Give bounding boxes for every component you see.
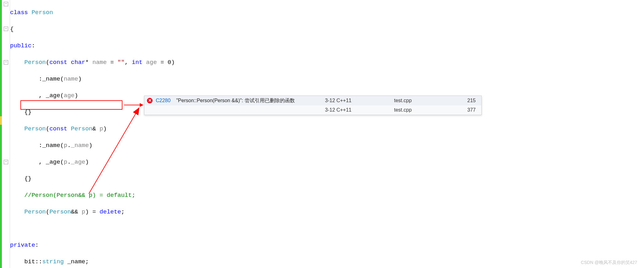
param-name: name <box>92 59 107 66</box>
dcolon: :: <box>35 258 42 265</box>
error-line: 377 <box>460 107 479 113</box>
param-p: p <box>100 125 103 132</box>
mem: _name <box>71 142 89 149</box>
code-text-area[interactable]: class Person { public: Person(const char… <box>10 0 644 268</box>
semi: ; <box>85 258 89 265</box>
param-p: p <box>82 208 85 215</box>
keyword-int: int <box>132 59 143 66</box>
keyword-class: class <box>10 9 28 16</box>
error-list-panel: ✕ C2280 "Person::Person(Person &&)": 尝试引… <box>144 96 482 115</box>
rparen: ) <box>85 159 89 166</box>
error-code: C2280 <box>156 98 170 103</box>
rparen: ) <box>89 142 92 149</box>
mem: _age <box>71 159 85 166</box>
keyword-const: const <box>49 59 67 66</box>
type-name: Person <box>71 125 92 132</box>
error-project: 3-12 C++11 <box>325 107 394 113</box>
eq: = <box>110 59 114 66</box>
keyword-public: public <box>10 42 31 49</box>
star: * <box>85 59 89 66</box>
field: _age <box>46 92 60 99</box>
comma: , <box>39 92 42 99</box>
comma: , <box>125 59 128 66</box>
obj: p <box>64 159 67 166</box>
error-project: 3-12 C++11 <box>325 98 394 103</box>
param-age: age <box>146 59 157 66</box>
string-literal: "" <box>117 59 125 66</box>
braces: {} <box>24 175 32 182</box>
error-line: 215 <box>460 98 479 103</box>
field: _age <box>46 159 60 166</box>
lparen: ( <box>60 142 64 149</box>
brace: { <box>10 26 14 33</box>
arg: name <box>64 76 78 82</box>
lparen: ( <box>46 208 49 215</box>
amp: & <box>92 125 96 132</box>
rparen: ) <box>85 208 89 215</box>
keyword-const: const <box>49 125 67 132</box>
watermark: CSDN @晚风不及你的笑427 <box>581 260 637 265</box>
error-file: test.cpp <box>394 98 460 103</box>
gutter: − − − − <box>0 0 10 268</box>
error-message: "Person::Person(Person &&)": 尝试引用已删除的函数 <box>176 97 325 104</box>
error-icon: ✕ <box>147 98 153 103</box>
lparen: ( <box>60 159 64 166</box>
ampamp: && <box>71 208 78 215</box>
change-marker-yellow <box>0 116 2 125</box>
field: _name <box>42 76 60 82</box>
fold-icon[interactable]: − <box>4 60 8 65</box>
namespace: bit <box>24 258 35 265</box>
colon: : <box>35 242 39 249</box>
fold-icon[interactable]: − <box>4 160 8 164</box>
error-file: test.cpp <box>394 107 460 113</box>
lparen: ( <box>46 125 49 132</box>
rparen: ) <box>103 125 107 132</box>
lparen: ( <box>60 76 64 82</box>
eq: = <box>160 59 164 66</box>
colon: : <box>39 142 42 149</box>
comment: //Person(Person&& p) = default; <box>24 192 135 199</box>
dot: . <box>67 159 71 166</box>
error-row[interactable]: 3-12 C++11 test.cpp 377 <box>144 105 481 115</box>
code-editor: − − − − class Person { public: Person(co… <box>0 0 644 268</box>
comma: , <box>39 159 42 166</box>
rparen: ) <box>171 59 175 66</box>
braces: {} <box>24 109 32 116</box>
ctor-name: Person <box>24 59 46 66</box>
field: _name <box>67 258 85 265</box>
lparen: ( <box>60 92 64 99</box>
field: _name <box>42 142 60 149</box>
error-row[interactable]: ✕ C2280 "Person::Person(Person &&)": 尝试引… <box>144 96 481 105</box>
type-string: string <box>42 258 64 265</box>
ctor-name: Person <box>24 125 46 132</box>
arg: age <box>64 92 74 99</box>
lparen: ( <box>46 59 49 66</box>
semi: ; <box>121 208 125 215</box>
rparen: ) <box>78 76 82 82</box>
keyword-private: private <box>10 242 35 249</box>
num: 0 <box>168 59 171 66</box>
type-name: Person <box>49 208 71 215</box>
keyword-delete: delete <box>100 208 121 215</box>
change-marker-green <box>0 0 2 268</box>
eq: = <box>92 208 96 215</box>
ctor-name: Person <box>24 208 46 215</box>
type-name: Person <box>31 9 53 16</box>
colon: : <box>39 76 42 82</box>
keyword-char: char <box>71 59 85 66</box>
colon: : <box>31 42 35 49</box>
fold-icon[interactable]: − <box>4 2 8 6</box>
fold-icon[interactable]: − <box>4 27 8 31</box>
rparen: ) <box>74 92 78 99</box>
obj: p <box>64 142 67 149</box>
dot: . <box>67 142 71 149</box>
